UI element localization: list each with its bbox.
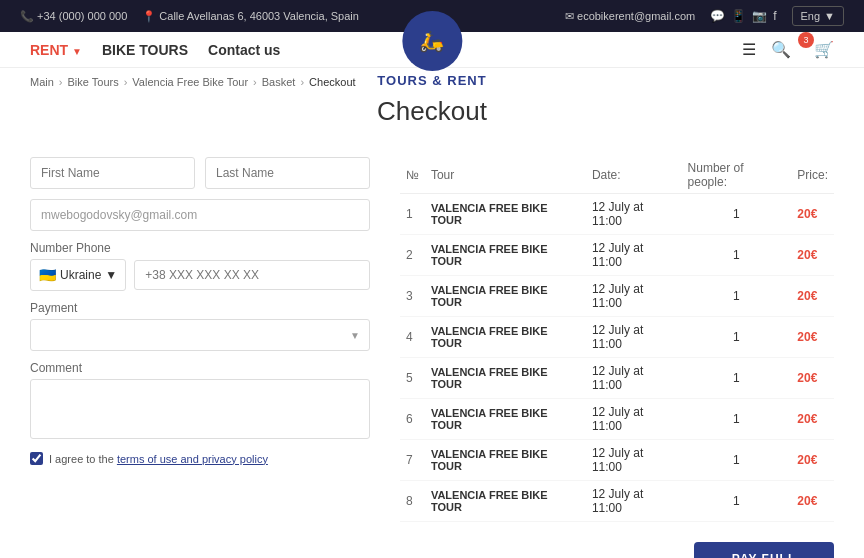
col-people: Number of people:: [682, 157, 792, 194]
terms-checkbox[interactable]: [30, 452, 43, 465]
row-date: 12 July at 11:00: [586, 276, 682, 317]
nav-contact[interactable]: Contact us: [208, 42, 280, 58]
top-email: ✉ ecobikerent@gmail.com: [565, 10, 695, 23]
table-row: 4 VALENCIA FREE BIKE TOUR 12 July at 11:…: [400, 317, 834, 358]
row-price: 20€: [791, 317, 834, 358]
menu-icon[interactable]: ☰: [742, 40, 756, 59]
page-title: Checkout: [0, 96, 864, 127]
table-row: 5 VALENCIA FREE BIKE TOUR 12 July at 11:…: [400, 358, 834, 399]
row-num: 7: [400, 440, 425, 481]
row-date: 12 July at 11:00: [586, 194, 682, 235]
terms-text: I agree to the terms of use and privacy …: [49, 453, 268, 465]
row-tour: VALENCIA FREE BIKE TOUR: [425, 399, 586, 440]
checkout-form: Number Phone 🇺🇦 Ukraine ▼ Payment PayPal…: [30, 157, 370, 558]
row-date: 12 July at 11:00: [586, 481, 682, 522]
top-phone: 📞 +34 (000) 000 000: [20, 10, 127, 23]
social-icons: 💬 📱 📷 f: [710, 9, 776, 23]
table-row: 1 VALENCIA FREE BIKE TOUR 12 July at 11:…: [400, 194, 834, 235]
cart-icon[interactable]: 🛒: [814, 40, 834, 59]
nav-rent[interactable]: RENT ▼: [30, 42, 82, 58]
row-people: 1: [682, 399, 792, 440]
country-dropdown-icon: ▼: [105, 268, 117, 282]
search-icon[interactable]: 🔍: [771, 40, 791, 59]
breadcrumb-bike-tours[interactable]: Bike Tours: [68, 76, 119, 88]
instagram-icon[interactable]: 📷: [752, 9, 767, 23]
row-num: 6: [400, 399, 425, 440]
breadcrumb-tour-name[interactable]: Valencia Free Bike Tour: [132, 76, 248, 88]
comment-label: Comment: [30, 361, 370, 375]
cart-badge: 3: [798, 32, 814, 48]
name-row: [30, 157, 370, 189]
row-tour: VALENCIA FREE BIKE TOUR: [425, 317, 586, 358]
row-num: 5: [400, 358, 425, 399]
row-date: 12 July at 11:00: [586, 440, 682, 481]
row-tour: VALENCIA FREE BIKE TOUR: [425, 276, 586, 317]
total-value: 60€: [617, 553, 654, 558]
logo: 🛵 TOURS & RENT: [377, 11, 486, 88]
phone-label: Number Phone: [30, 241, 370, 255]
total-row: TOTAL AMOUNT: 60€ PAY FULL PRICE: [400, 542, 834, 558]
row-date: 12 July at 11:00: [586, 235, 682, 276]
row-date: 12 July at 11:00: [586, 317, 682, 358]
row-num: 2: [400, 235, 425, 276]
row-num: 4: [400, 317, 425, 358]
table-row: 3 VALENCIA FREE BIKE TOUR 12 July at 11:…: [400, 276, 834, 317]
row-num: 1: [400, 194, 425, 235]
row-price: 20€: [791, 358, 834, 399]
comment-textarea[interactable]: [30, 379, 370, 439]
whatsapp-icon[interactable]: 💬: [710, 9, 725, 23]
phone-label-row: Number Phone: [30, 241, 370, 255]
header-actions: ☰ 🔍 3 🛒: [742, 40, 834, 59]
breadcrumb-basket[interactable]: Basket: [262, 76, 296, 88]
col-tour: Tour: [425, 157, 586, 194]
row-tour: VALENCIA FREE BIKE TOUR: [425, 481, 586, 522]
first-name-input[interactable]: [30, 157, 195, 189]
table-row: 6 VALENCIA FREE BIKE TOUR 12 July at 11:…: [400, 399, 834, 440]
row-price: 20€: [791, 235, 834, 276]
terms-link[interactable]: terms of use and privacy policy: [117, 453, 268, 465]
header: RENT ▼ BIKE TOURS Contact us 🛵 TOURS & R…: [0, 32, 864, 68]
row-tour: VALENCIA FREE BIKE TOUR: [425, 440, 586, 481]
logo-text: TOURS & RENT: [377, 73, 486, 88]
row-tour: VALENCIA FREE BIKE TOUR: [425, 194, 586, 235]
row-price: 20€: [791, 276, 834, 317]
cart-wrapper[interactable]: 3 🛒: [806, 40, 834, 59]
phone-row: 🇺🇦 Ukraine ▼: [30, 259, 370, 291]
checkout-table: № Tour Date: Number of people: Price: 1 …: [400, 157, 834, 558]
nav-bike-tours[interactable]: BIKE TOURS: [102, 42, 188, 58]
main-nav: RENT ▼ BIKE TOURS Contact us: [30, 42, 280, 58]
top-address: 📍 Calle Avellanas 6, 46003 Valencia, Spa…: [142, 10, 359, 23]
breadcrumb-main[interactable]: Main: [30, 76, 54, 88]
row-price: 20€: [791, 440, 834, 481]
row-date: 12 July at 11:00: [586, 399, 682, 440]
email-row: [30, 199, 370, 231]
table-row: 8 VALENCIA FREE BIKE TOUR 12 July at 11:…: [400, 481, 834, 522]
logo-circle: 🛵: [402, 11, 462, 71]
payment-select[interactable]: PayPal Card: [30, 319, 370, 351]
row-tour: VALENCIA FREE BIKE TOUR: [425, 235, 586, 276]
row-price: 20€: [791, 194, 834, 235]
breadcrumb-current: Checkout: [309, 76, 355, 88]
payment-label: Payment: [30, 301, 370, 315]
row-people: 1: [682, 481, 792, 522]
rent-dropdown-icon: ▼: [72, 46, 82, 57]
row-people: 1: [682, 235, 792, 276]
country-select[interactable]: 🇺🇦 Ukraine ▼: [30, 259, 126, 291]
main-content: Number Phone 🇺🇦 Ukraine ▼ Payment PayPal…: [0, 147, 864, 558]
email-input[interactable]: [30, 199, 370, 231]
logo-icon: 🛵: [419, 29, 444, 53]
phone-input[interactable]: [134, 260, 370, 290]
payment-row: Payment PayPal Card: [30, 301, 370, 351]
flag-icon: 🇺🇦: [39, 267, 56, 283]
payment-select-wrapper: PayPal Card: [30, 319, 370, 351]
comment-row: Comment: [30, 361, 370, 442]
last-name-input[interactable]: [205, 157, 370, 189]
row-num: 3: [400, 276, 425, 317]
facebook-icon[interactable]: f: [773, 9, 776, 23]
row-people: 1: [682, 440, 792, 481]
phone-icon[interactable]: 📱: [731, 9, 746, 23]
language-selector[interactable]: Eng ▼: [792, 6, 844, 26]
row-tour: VALENCIA FREE BIKE TOUR: [425, 358, 586, 399]
row-price: 20€: [791, 399, 834, 440]
pay-full-button[interactable]: PAY FULL PRICE: [694, 542, 834, 558]
